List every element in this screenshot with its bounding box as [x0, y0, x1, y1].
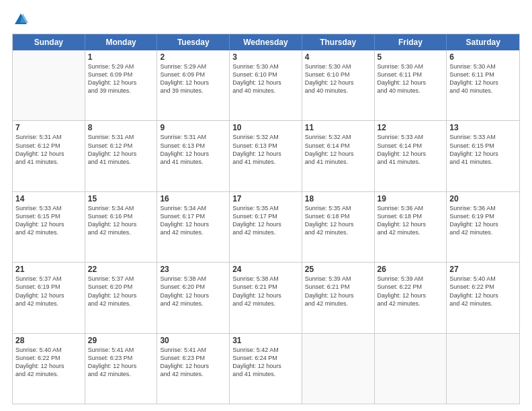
- day-info: Sunrise: 5:37 AM Sunset: 6:20 PM Dayligh…: [88, 275, 154, 308]
- calendar-cell: [13, 50, 85, 120]
- calendar-cell: 7Sunrise: 5:31 AM Sunset: 6:12 PM Daylig…: [13, 121, 85, 191]
- day-number: 24: [232, 265, 299, 274]
- calendar-cell: 16Sunrise: 5:34 AM Sunset: 6:17 PM Dayli…: [157, 192, 230, 262]
- calendar-cell: 6Sunrise: 5:30 AM Sunset: 6:11 PM Daylig…: [447, 50, 519, 120]
- day-number: 1: [88, 52, 154, 62]
- calendar-header-cell: Sunday: [13, 34, 85, 50]
- calendar-cell: 26Sunrise: 5:39 AM Sunset: 6:22 PM Dayli…: [375, 263, 447, 332]
- day-info: Sunrise: 5:40 AM Sunset: 6:22 PM Dayligh…: [449, 275, 517, 308]
- day-info: Sunrise: 5:29 AM Sunset: 6:09 PM Dayligh…: [160, 62, 226, 95]
- day-number: 28: [15, 336, 82, 345]
- day-info: Sunrise: 5:35 AM Sunset: 6:18 PM Dayligh…: [305, 204, 371, 237]
- calendar-cell: 25Sunrise: 5:39 AM Sunset: 6:21 PM Dayli…: [302, 263, 375, 332]
- day-number: 14: [15, 194, 82, 203]
- day-number: 27: [449, 265, 517, 274]
- calendar-header-cell: Saturday: [447, 34, 519, 50]
- calendar-row: 28Sunrise: 5:40 AM Sunset: 6:22 PM Dayli…: [13, 334, 519, 404]
- day-number: 4: [305, 52, 371, 62]
- day-number: 25: [305, 265, 371, 274]
- calendar-cell: 20Sunrise: 5:36 AM Sunset: 6:19 PM Dayli…: [447, 192, 519, 262]
- day-number: 23: [160, 265, 226, 274]
- calendar-cell: [447, 334, 519, 404]
- calendar-cell: 2Sunrise: 5:29 AM Sunset: 6:09 PM Daylig…: [157, 50, 230, 120]
- calendar-cell: 3Sunrise: 5:30 AM Sunset: 6:10 PM Daylig…: [230, 50, 302, 120]
- calendar-body: 1Sunrise: 5:29 AM Sunset: 6:09 PM Daylig…: [13, 50, 519, 404]
- day-info: Sunrise: 5:30 AM Sunset: 6:10 PM Dayligh…: [305, 62, 371, 95]
- day-number: 20: [449, 194, 517, 203]
- day-info: Sunrise: 5:42 AM Sunset: 6:24 PM Dayligh…: [232, 346, 299, 379]
- day-number: 6: [449, 52, 517, 62]
- day-info: Sunrise: 5:36 AM Sunset: 6:19 PM Dayligh…: [449, 204, 517, 237]
- calendar-cell: [302, 334, 375, 404]
- day-info: Sunrise: 5:31 AM Sunset: 6:12 PM Dayligh…: [88, 133, 154, 166]
- day-info: Sunrise: 5:39 AM Sunset: 6:22 PM Dayligh…: [378, 275, 444, 308]
- day-info: Sunrise: 5:41 AM Sunset: 6:23 PM Dayligh…: [160, 346, 226, 379]
- calendar-row: 7Sunrise: 5:31 AM Sunset: 6:12 PM Daylig…: [13, 121, 519, 191]
- day-info: Sunrise: 5:38 AM Sunset: 6:21 PM Dayligh…: [232, 275, 299, 308]
- calendar: SundayMondayTuesdayWednesdayThursdayFrid…: [12, 34, 520, 404]
- day-number: 12: [378, 123, 444, 132]
- day-info: Sunrise: 5:30 AM Sunset: 6:11 PM Dayligh…: [449, 62, 517, 95]
- calendar-cell: 17Sunrise: 5:35 AM Sunset: 6:17 PM Dayli…: [230, 192, 302, 262]
- calendar-cell: 9Sunrise: 5:31 AM Sunset: 6:13 PM Daylig…: [157, 121, 230, 191]
- day-number: 30: [160, 336, 226, 345]
- day-number: 9: [160, 123, 226, 132]
- calendar-cell: 19Sunrise: 5:36 AM Sunset: 6:18 PM Dayli…: [375, 192, 447, 262]
- day-info: Sunrise: 5:35 AM Sunset: 6:17 PM Dayligh…: [232, 204, 299, 237]
- day-number: 17: [232, 194, 299, 203]
- day-info: Sunrise: 5:36 AM Sunset: 6:18 PM Dayligh…: [378, 204, 444, 237]
- logo: [12, 12, 28, 27]
- calendar-header-cell: Tuesday: [157, 34, 230, 50]
- day-number: 10: [232, 123, 299, 132]
- calendar-row: 21Sunrise: 5:37 AM Sunset: 6:19 PM Dayli…: [13, 263, 519, 333]
- day-number: 2: [160, 52, 226, 62]
- calendar-header-cell: Friday: [375, 34, 447, 50]
- calendar-cell: 1Sunrise: 5:29 AM Sunset: 6:09 PM Daylig…: [85, 50, 158, 120]
- calendar-header: SundayMondayTuesdayWednesdayThursdayFrid…: [13, 34, 519, 50]
- calendar-header-cell: Thursday: [302, 34, 375, 50]
- calendar-cell: 24Sunrise: 5:38 AM Sunset: 6:21 PM Dayli…: [230, 263, 302, 332]
- calendar-cell: 30Sunrise: 5:41 AM Sunset: 6:23 PM Dayli…: [157, 334, 230, 404]
- day-info: Sunrise: 5:30 AM Sunset: 6:11 PM Dayligh…: [378, 62, 444, 95]
- calendar-cell: 27Sunrise: 5:40 AM Sunset: 6:22 PM Dayli…: [447, 263, 519, 332]
- day-number: 13: [449, 123, 517, 132]
- calendar-cell: 10Sunrise: 5:32 AM Sunset: 6:13 PM Dayli…: [230, 121, 302, 191]
- calendar-cell: 29Sunrise: 5:41 AM Sunset: 6:23 PM Dayli…: [85, 334, 158, 404]
- day-info: Sunrise: 5:33 AM Sunset: 6:15 PM Dayligh…: [15, 204, 82, 237]
- day-number: 3: [232, 52, 299, 62]
- day-info: Sunrise: 5:32 AM Sunset: 6:14 PM Dayligh…: [305, 133, 371, 166]
- day-info: Sunrise: 5:31 AM Sunset: 6:12 PM Dayligh…: [15, 133, 82, 166]
- calendar-row: 1Sunrise: 5:29 AM Sunset: 6:09 PM Daylig…: [13, 50, 519, 121]
- day-number: 22: [88, 265, 154, 274]
- calendar-cell: 22Sunrise: 5:37 AM Sunset: 6:20 PM Dayli…: [85, 263, 158, 332]
- day-number: 29: [88, 336, 154, 345]
- day-info: Sunrise: 5:34 AM Sunset: 6:16 PM Dayligh…: [88, 204, 154, 237]
- day-info: Sunrise: 5:33 AM Sunset: 6:15 PM Dayligh…: [449, 133, 517, 166]
- day-number: 15: [88, 194, 154, 203]
- day-number: 21: [15, 265, 82, 274]
- day-info: Sunrise: 5:37 AM Sunset: 6:19 PM Dayligh…: [15, 275, 82, 308]
- day-info: Sunrise: 5:41 AM Sunset: 6:23 PM Dayligh…: [88, 346, 154, 379]
- day-number: 26: [378, 265, 444, 274]
- day-info: Sunrise: 5:33 AM Sunset: 6:14 PM Dayligh…: [378, 133, 444, 166]
- calendar-cell: 11Sunrise: 5:32 AM Sunset: 6:14 PM Dayli…: [302, 121, 375, 191]
- day-info: Sunrise: 5:31 AM Sunset: 6:13 PM Dayligh…: [160, 133, 226, 166]
- day-number: 8: [88, 123, 154, 132]
- calendar-cell: 23Sunrise: 5:38 AM Sunset: 6:20 PM Dayli…: [157, 263, 230, 332]
- day-info: Sunrise: 5:34 AM Sunset: 6:17 PM Dayligh…: [160, 204, 226, 237]
- calendar-cell: 21Sunrise: 5:37 AM Sunset: 6:19 PM Dayli…: [13, 263, 85, 332]
- day-number: 19: [378, 194, 444, 203]
- calendar-cell: 12Sunrise: 5:33 AM Sunset: 6:14 PM Dayli…: [375, 121, 447, 191]
- header: [12, 12, 520, 27]
- page: SundayMondayTuesdayWednesdayThursdayFrid…: [0, 0, 532, 411]
- calendar-cell: 5Sunrise: 5:30 AM Sunset: 6:11 PM Daylig…: [375, 50, 447, 120]
- calendar-cell: 15Sunrise: 5:34 AM Sunset: 6:16 PM Dayli…: [85, 192, 158, 262]
- day-info: Sunrise: 5:29 AM Sunset: 6:09 PM Dayligh…: [88, 62, 154, 95]
- day-info: Sunrise: 5:32 AM Sunset: 6:13 PM Dayligh…: [232, 133, 299, 166]
- day-info: Sunrise: 5:38 AM Sunset: 6:20 PM Dayligh…: [160, 275, 226, 308]
- day-number: 5: [378, 52, 444, 62]
- logo-icon: [13, 12, 28, 27]
- day-info: Sunrise: 5:39 AM Sunset: 6:21 PM Dayligh…: [305, 275, 371, 308]
- calendar-header-cell: Wednesday: [230, 34, 302, 50]
- calendar-cell: 14Sunrise: 5:33 AM Sunset: 6:15 PM Dayli…: [13, 192, 85, 262]
